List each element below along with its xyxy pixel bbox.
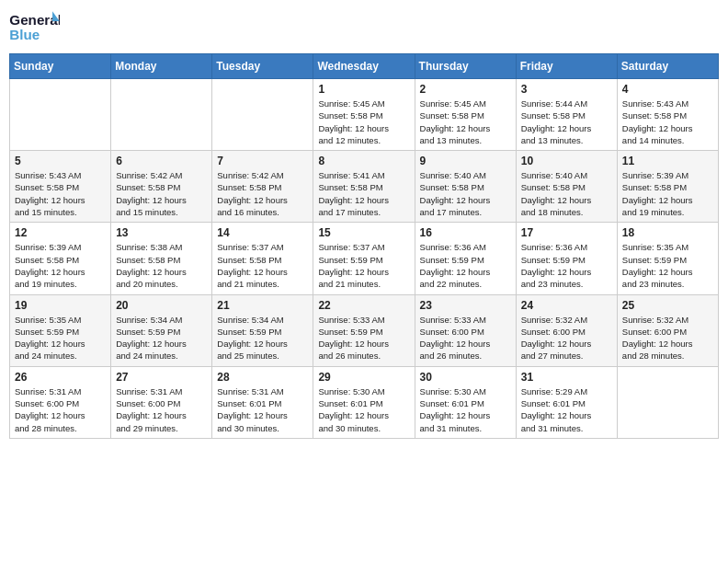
calendar-cell: 18Sunrise: 5:35 AM Sunset: 5:59 PM Dayli… [617,223,718,294]
weekday-header: Friday [516,54,617,79]
calendar-cell: 14Sunrise: 5:37 AM Sunset: 5:58 PM Dayli… [212,223,313,294]
calendar-cell: 25Sunrise: 5:32 AM Sunset: 6:00 PM Dayli… [617,294,718,366]
svg-text:Blue: Blue [9,27,40,42]
calendar-cell: 2Sunrise: 5:45 AM Sunset: 5:58 PM Daylig… [415,79,516,151]
day-info: Sunrise: 5:42 AM Sunset: 5:58 PM Dayligh… [217,169,308,218]
logo-svg: GeneralBlue [9,9,60,44]
logo: GeneralBlue [9,9,60,44]
day-info: Sunrise: 5:40 AM Sunset: 5:58 PM Dayligh… [521,169,612,218]
day-number: 15 [318,226,409,239]
calendar-cell: 21Sunrise: 5:34 AM Sunset: 5:59 PM Dayli… [212,294,313,366]
day-number: 12 [15,226,106,239]
day-number: 4 [622,83,713,96]
calendar-cell [111,79,212,151]
day-number: 9 [420,155,511,167]
calendar-cell: 11Sunrise: 5:39 AM Sunset: 5:58 PM Dayli… [617,151,718,223]
day-number: 26 [15,371,106,384]
calendar-cell: 23Sunrise: 5:33 AM Sunset: 6:00 PM Dayli… [415,294,516,366]
day-number: 14 [217,226,308,239]
calendar-cell: 1Sunrise: 5:45 AM Sunset: 5:58 PM Daylig… [313,79,415,151]
day-number: 16 [420,226,511,239]
calendar-header: SundayMondayTuesdayWednesdayThursdayFrid… [10,54,719,79]
calendar-week-row: 19Sunrise: 5:35 AM Sunset: 5:59 PM Dayli… [10,294,719,366]
day-number: 30 [420,371,511,384]
day-info: Sunrise: 5:29 AM Sunset: 6:01 PM Dayligh… [521,385,612,434]
weekday-header: Monday [111,54,212,79]
day-number: 28 [217,371,308,384]
day-info: Sunrise: 5:42 AM Sunset: 5:58 PM Dayligh… [116,169,207,218]
day-number: 29 [318,371,409,384]
calendar-cell: 7Sunrise: 5:42 AM Sunset: 5:58 PM Daylig… [212,151,313,223]
day-number: 23 [420,299,511,312]
day-info: Sunrise: 5:45 AM Sunset: 5:58 PM Dayligh… [318,98,409,146]
day-info: Sunrise: 5:30 AM Sunset: 6:01 PM Dayligh… [318,385,409,434]
day-info: Sunrise: 5:34 AM Sunset: 5:59 PM Dayligh… [116,314,207,362]
weekday-header: Tuesday [212,54,313,79]
day-info: Sunrise: 5:44 AM Sunset: 5:58 PM Dayligh… [521,98,612,146]
day-info: Sunrise: 5:36 AM Sunset: 5:59 PM Dayligh… [420,241,511,290]
calendar-cell [617,366,718,438]
day-info: Sunrise: 5:31 AM Sunset: 6:00 PM Dayligh… [116,385,207,434]
day-number: 3 [521,83,612,96]
day-info: Sunrise: 5:30 AM Sunset: 6:01 PM Dayligh… [420,385,511,434]
calendar-cell: 30Sunrise: 5:30 AM Sunset: 6:01 PM Dayli… [415,366,516,438]
calendar-cell: 9Sunrise: 5:40 AM Sunset: 5:58 PM Daylig… [415,151,516,223]
calendar-table: SundayMondayTuesdayWednesdayThursdayFrid… [9,53,719,439]
calendar-cell: 17Sunrise: 5:36 AM Sunset: 5:59 PM Dayli… [516,223,617,294]
day-number: 6 [116,155,207,167]
calendar-cell: 6Sunrise: 5:42 AM Sunset: 5:58 PM Daylig… [111,151,212,223]
day-number: 10 [521,155,612,167]
day-number: 27 [116,371,207,384]
day-number: 11 [622,155,713,167]
day-number: 19 [15,299,106,312]
calendar-cell: 12Sunrise: 5:39 AM Sunset: 5:58 PM Dayli… [10,223,111,294]
day-info: Sunrise: 5:38 AM Sunset: 5:58 PM Dayligh… [116,241,207,290]
page: GeneralBlue SundayMondayTuesdayWednesday… [0,0,728,563]
day-info: Sunrise: 5:35 AM Sunset: 5:59 PM Dayligh… [15,314,106,362]
calendar-cell: 28Sunrise: 5:31 AM Sunset: 6:01 PM Dayli… [212,366,313,438]
weekday-row: SundayMondayTuesdayWednesdayThursdayFrid… [10,54,719,79]
day-number: 13 [116,226,207,239]
calendar-cell: 13Sunrise: 5:38 AM Sunset: 5:58 PM Dayli… [111,223,212,294]
calendar-cell: 8Sunrise: 5:41 AM Sunset: 5:58 PM Daylig… [313,151,415,223]
calendar-cell: 27Sunrise: 5:31 AM Sunset: 6:00 PM Dayli… [111,366,212,438]
calendar-week-row: 26Sunrise: 5:31 AM Sunset: 6:00 PM Dayli… [10,366,719,438]
day-info: Sunrise: 5:37 AM Sunset: 5:59 PM Dayligh… [318,241,409,290]
calendar-cell: 16Sunrise: 5:36 AM Sunset: 5:59 PM Dayli… [415,223,516,294]
calendar-cell: 19Sunrise: 5:35 AM Sunset: 5:59 PM Dayli… [10,294,111,366]
calendar-cell: 4Sunrise: 5:43 AM Sunset: 5:58 PM Daylig… [617,79,718,151]
calendar-cell: 15Sunrise: 5:37 AM Sunset: 5:59 PM Dayli… [313,223,415,294]
day-info: Sunrise: 5:40 AM Sunset: 5:58 PM Dayligh… [420,169,511,218]
calendar-week-row: 1Sunrise: 5:45 AM Sunset: 5:58 PM Daylig… [10,79,719,151]
day-number: 31 [521,371,612,384]
weekday-header: Saturday [617,54,718,79]
day-number: 17 [521,226,612,239]
calendar-cell: 26Sunrise: 5:31 AM Sunset: 6:00 PM Dayli… [10,366,111,438]
day-info: Sunrise: 5:39 AM Sunset: 5:58 PM Dayligh… [15,241,106,290]
calendar-cell [212,79,313,151]
calendar-body: 1Sunrise: 5:45 AM Sunset: 5:58 PM Daylig… [10,79,719,439]
calendar-week-row: 12Sunrise: 5:39 AM Sunset: 5:58 PM Dayli… [10,223,719,294]
calendar-cell: 29Sunrise: 5:30 AM Sunset: 6:01 PM Dayli… [313,366,415,438]
day-number: 20 [116,299,207,312]
day-info: Sunrise: 5:39 AM Sunset: 5:58 PM Dayligh… [622,169,713,218]
calendar-cell: 3Sunrise: 5:44 AM Sunset: 5:58 PM Daylig… [516,79,617,151]
day-number: 22 [318,299,409,312]
header: GeneralBlue [9,9,719,44]
calendar-cell: 24Sunrise: 5:32 AM Sunset: 6:00 PM Dayli… [516,294,617,366]
day-info: Sunrise: 5:31 AM Sunset: 6:00 PM Dayligh… [15,385,106,434]
day-info: Sunrise: 5:31 AM Sunset: 6:01 PM Dayligh… [217,385,308,434]
calendar-cell [10,79,111,151]
day-info: Sunrise: 5:35 AM Sunset: 5:59 PM Dayligh… [622,241,713,290]
day-info: Sunrise: 5:33 AM Sunset: 6:00 PM Dayligh… [420,314,511,362]
day-info: Sunrise: 5:45 AM Sunset: 5:58 PM Dayligh… [420,98,511,146]
day-number: 25 [622,299,713,312]
day-number: 5 [15,155,106,167]
day-info: Sunrise: 5:34 AM Sunset: 5:59 PM Dayligh… [217,314,308,362]
calendar-cell: 31Sunrise: 5:29 AM Sunset: 6:01 PM Dayli… [516,366,617,438]
day-info: Sunrise: 5:43 AM Sunset: 5:58 PM Dayligh… [622,98,713,146]
day-info: Sunrise: 5:36 AM Sunset: 5:59 PM Dayligh… [521,241,612,290]
day-info: Sunrise: 5:32 AM Sunset: 6:00 PM Dayligh… [622,314,713,362]
calendar-cell: 22Sunrise: 5:33 AM Sunset: 5:59 PM Dayli… [313,294,415,366]
calendar-cell: 5Sunrise: 5:43 AM Sunset: 5:58 PM Daylig… [10,151,111,223]
